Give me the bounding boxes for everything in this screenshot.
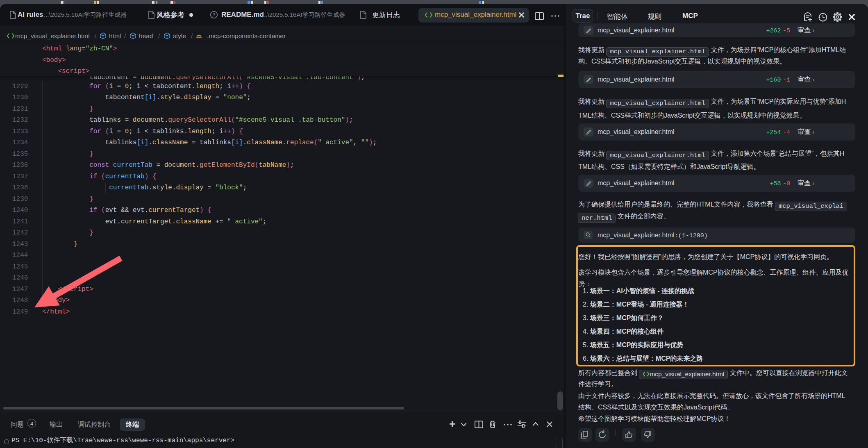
svg-text:?: ? <box>213 12 215 17</box>
